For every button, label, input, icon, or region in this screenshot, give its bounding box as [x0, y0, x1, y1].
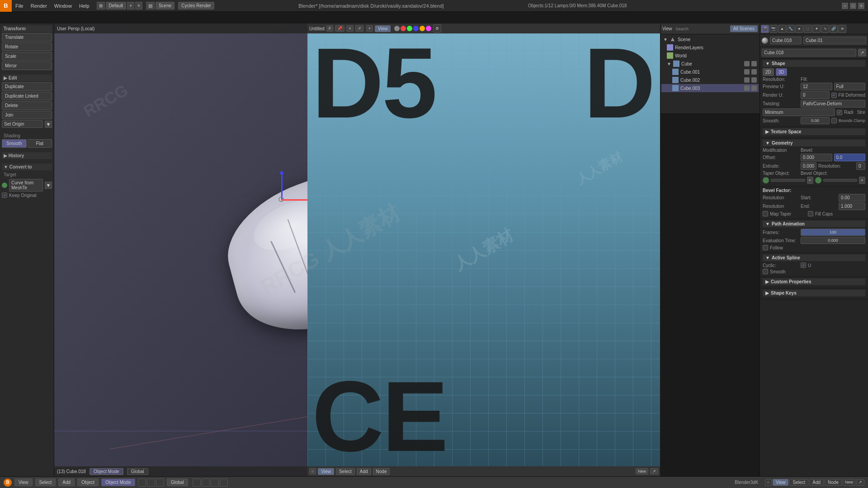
- color-dot-gray[interactable]: [394, 26, 400, 31]
- all-scenes-btn[interactable]: All Scenes: [730, 25, 758, 32]
- tree-cube003[interactable]: Cube.003: [661, 84, 759, 92]
- cube-cam[interactable]: [751, 61, 757, 66]
- menu-render[interactable]: Render: [27, 2, 51, 9]
- data-props-icon[interactable]: ≋: [838, 25, 846, 33]
- scene-selector[interactable]: Scene: [156, 2, 175, 9]
- extrude-val[interactable]: 0.000: [801, 162, 816, 170]
- select-bottom-btn[interactable]: Select: [35, 479, 56, 486]
- twisting-val[interactable]: Path/Curve-Deform: [801, 100, 865, 108]
- convert-title[interactable]: ▼ Convert to: [2, 164, 52, 170]
- render-open-bottom[interactable]: ↗: [856, 479, 864, 486]
- bevel-val[interactable]: 0.0: [834, 154, 866, 161]
- constraints-props-icon[interactable]: 🔗: [830, 25, 838, 33]
- render-plus-btn[interactable]: +: [366, 25, 373, 32]
- eval-time-slider[interactable]: 0.000: [801, 237, 865, 244]
- scene-props-icon[interactable]: 🎬: [761, 25, 769, 33]
- mode-3d-btn[interactable]: 3D: [776, 68, 787, 76]
- tree-cube001[interactable]: Cube.001: [661, 68, 759, 76]
- scale-btn[interactable]: Scale: [2, 52, 52, 61]
- bounds-clamp-checkbox[interactable]: [831, 118, 837, 123]
- target-dropdown[interactable]: ▼: [45, 182, 52, 189]
- edit-title[interactable]: ▶ Edit: [2, 75, 52, 81]
- render-arrow-btn[interactable]: ↗: [355, 25, 363, 32]
- cube002-cam[interactable]: [751, 77, 757, 83]
- obj-data-name[interactable]: Cube.01: [803, 37, 866, 44]
- render-view-bottom[interactable]: View: [773, 479, 789, 486]
- add-bottom-btn[interactable]: Add: [58, 479, 75, 486]
- blender-bottom-icon[interactable]: B: [4, 479, 12, 487]
- join-btn[interactable]: Join: [2, 111, 52, 119]
- follow-checkbox[interactable]: [763, 245, 768, 250]
- global-bottom-btn[interactable]: Global: [167, 479, 188, 486]
- render-pin-btn[interactable]: 📌: [335, 25, 344, 32]
- tree-cube[interactable]: ▼ Cube: [661, 60, 759, 68]
- mode-selector[interactable]: Object Mode: [90, 468, 123, 475]
- shape-keys-title[interactable]: ▶ Shape Keys: [763, 290, 865, 296]
- path-animation-title[interactable]: ▼ Path Animation: [763, 221, 865, 227]
- set-origin-dropdown[interactable]: ▼: [45, 121, 52, 128]
- view-bottom-btn[interactable]: View: [14, 479, 33, 486]
- custom-properties-title[interactable]: ▶ Custom Properties: [763, 278, 865, 285]
- render-footer-select[interactable]: Select: [336, 468, 355, 475]
- bevel-end-val[interactable]: 1.000: [839, 202, 865, 210]
- render-footer-view[interactable]: View: [318, 468, 334, 475]
- render-footer-add[interactable]: Add: [357, 468, 371, 475]
- geometry-title[interactable]: ▼ Geometry: [763, 140, 865, 146]
- transform-title[interactable]: Transform: [2, 25, 52, 32]
- duplicate-btn[interactable]: Duplicate: [2, 82, 52, 91]
- mirror-btn[interactable]: Mirror: [2, 61, 52, 70]
- mode-bottom-btn[interactable]: Object Mode: [101, 479, 135, 486]
- cube003-cam[interactable]: [751, 85, 757, 91]
- taper-obj-val[interactable]: [771, 179, 805, 182]
- close-btn[interactable]: ×: [858, 3, 864, 9]
- render-bottom-icon[interactable]: ○: [765, 479, 772, 486]
- bevel-obj-val[interactable]: [823, 179, 858, 182]
- object-bottom-btn[interactable]: Object: [77, 479, 99, 486]
- render-x-btn[interactable]: ×: [346, 25, 353, 32]
- flat-btn[interactable]: Flat: [28, 139, 52, 148]
- material-props-icon[interactable]: ●: [795, 25, 803, 33]
- tree-scene[interactable]: ▼ Scene: [661, 35, 759, 43]
- fill-deformed-checkbox[interactable]: [831, 93, 837, 98]
- render-node-bottom[interactable]: Node: [825, 479, 842, 486]
- layout-selector[interactable]: Default: [106, 2, 127, 9]
- color-dot-purple[interactable]: [426, 26, 431, 31]
- cyclic-checkbox[interactable]: [801, 263, 806, 268]
- menu-help[interactable]: Help: [75, 2, 93, 9]
- particles-props-icon[interactable]: ✦: [812, 25, 821, 33]
- mode-icon-2[interactable]: [147, 479, 155, 487]
- preview-u-val[interactable]: 12: [801, 83, 832, 90]
- render-add-bottom[interactable]: Add: [809, 479, 824, 486]
- cube003-eye[interactable]: [744, 85, 750, 91]
- fill-val[interactable]: Full: [834, 83, 866, 90]
- duplicate-linked-btn[interactable]: Duplicate Linked: [2, 92, 52, 100]
- render-f-btn[interactable]: F: [326, 25, 334, 32]
- mode-icon-3[interactable]: [156, 479, 164, 487]
- mode-icon-1[interactable]: [138, 479, 146, 487]
- color-dot-blue[interactable]: [413, 26, 419, 31]
- texture-props-icon[interactable]: ⬚: [804, 25, 812, 33]
- smooth-spline-checkbox[interactable]: [763, 269, 768, 274]
- minimum-val[interactable]: Minimum: [763, 108, 835, 116]
- blender-icon[interactable]: B: [0, 0, 12, 12]
- maximize-btn[interactable]: □: [850, 3, 856, 9]
- radi-checkbox[interactable]: [837, 110, 842, 115]
- bevel-start-val[interactable]: 0.00: [839, 194, 865, 202]
- history-title[interactable]: ▶ History: [2, 152, 52, 159]
- modifier-props-icon[interactable]: 🔧: [787, 25, 795, 33]
- smooth-slider[interactable]: 0.00: [801, 117, 830, 124]
- resolution-bevel-val[interactable]: 0: [856, 162, 865, 170]
- translate-btn[interactable]: Translate: [2, 33, 52, 42]
- bottom-icon-2[interactable]: [202, 479, 210, 487]
- keep-original-checkbox[interactable]: [2, 192, 7, 198]
- render-new-bottom[interactable]: New: [843, 479, 855, 486]
- cube001-eye[interactable]: [744, 69, 750, 75]
- cube-eye[interactable]: [744, 61, 750, 66]
- layout-add[interactable]: +: [127, 2, 134, 9]
- render-select-bottom[interactable]: Select: [789, 479, 808, 486]
- smooth-btn[interactable]: Smooth: [2, 139, 27, 148]
- color-dot-red[interactable]: [401, 26, 406, 31]
- rotate-btn[interactable]: Rotate: [2, 42, 52, 51]
- render-settings-icon[interactable]: ⚙: [433, 24, 441, 33]
- global-selector[interactable]: Global: [127, 468, 148, 475]
